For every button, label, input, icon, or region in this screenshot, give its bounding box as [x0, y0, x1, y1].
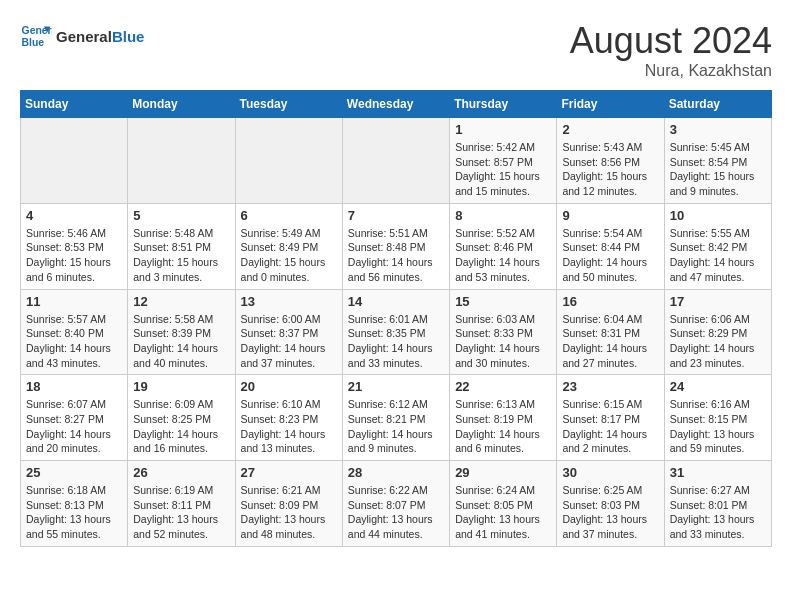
day-number: 8 — [455, 208, 551, 223]
calendar-cell: 11Sunrise: 5:57 AM Sunset: 8:40 PM Dayli… — [21, 289, 128, 375]
day-number: 12 — [133, 294, 229, 309]
column-header-tuesday: Tuesday — [235, 91, 342, 118]
calendar-cell: 1Sunrise: 5:42 AM Sunset: 8:57 PM Daylig… — [450, 118, 557, 204]
calendar-cell: 7Sunrise: 5:51 AM Sunset: 8:48 PM Daylig… — [342, 203, 449, 289]
day-detail: Sunrise: 6:03 AM Sunset: 8:33 PM Dayligh… — [455, 312, 551, 371]
day-number: 27 — [241, 465, 337, 480]
day-detail: Sunrise: 5:42 AM Sunset: 8:57 PM Dayligh… — [455, 140, 551, 199]
page-header: General Blue GeneralBlue August 2024 Nur… — [20, 20, 772, 80]
day-number: 17 — [670, 294, 766, 309]
calendar-cell: 21Sunrise: 6:12 AM Sunset: 8:21 PM Dayli… — [342, 375, 449, 461]
calendar-cell: 24Sunrise: 6:16 AM Sunset: 8:15 PM Dayli… — [664, 375, 771, 461]
day-detail: Sunrise: 6:18 AM Sunset: 8:13 PM Dayligh… — [26, 483, 122, 542]
calendar-cell: 4Sunrise: 5:46 AM Sunset: 8:53 PM Daylig… — [21, 203, 128, 289]
day-detail: Sunrise: 5:46 AM Sunset: 8:53 PM Dayligh… — [26, 226, 122, 285]
calendar-cell: 15Sunrise: 6:03 AM Sunset: 8:33 PM Dayli… — [450, 289, 557, 375]
calendar-week-row: 11Sunrise: 5:57 AM Sunset: 8:40 PM Dayli… — [21, 289, 772, 375]
day-detail: Sunrise: 6:19 AM Sunset: 8:11 PM Dayligh… — [133, 483, 229, 542]
day-number: 30 — [562, 465, 658, 480]
calendar-cell: 29Sunrise: 6:24 AM Sunset: 8:05 PM Dayli… — [450, 461, 557, 547]
column-header-friday: Friday — [557, 91, 664, 118]
calendar-body: 1Sunrise: 5:42 AM Sunset: 8:57 PM Daylig… — [21, 118, 772, 547]
column-header-saturday: Saturday — [664, 91, 771, 118]
day-number: 25 — [26, 465, 122, 480]
calendar-cell: 6Sunrise: 5:49 AM Sunset: 8:49 PM Daylig… — [235, 203, 342, 289]
calendar-cell — [235, 118, 342, 204]
calendar-header-row: SundayMondayTuesdayWednesdayThursdayFrid… — [21, 91, 772, 118]
day-detail: Sunrise: 5:45 AM Sunset: 8:54 PM Dayligh… — [670, 140, 766, 199]
calendar-cell: 22Sunrise: 6:13 AM Sunset: 8:19 PM Dayli… — [450, 375, 557, 461]
logo: General Blue GeneralBlue — [20, 20, 144, 52]
day-detail: Sunrise: 6:21 AM Sunset: 8:09 PM Dayligh… — [241, 483, 337, 542]
day-detail: Sunrise: 5:54 AM Sunset: 8:44 PM Dayligh… — [562, 226, 658, 285]
calendar-cell: 17Sunrise: 6:06 AM Sunset: 8:29 PM Dayli… — [664, 289, 771, 375]
calendar-cell — [128, 118, 235, 204]
day-number: 1 — [455, 122, 551, 137]
calendar-cell: 18Sunrise: 6:07 AM Sunset: 8:27 PM Dayli… — [21, 375, 128, 461]
calendar-cell: 23Sunrise: 6:15 AM Sunset: 8:17 PM Dayli… — [557, 375, 664, 461]
day-detail: Sunrise: 6:06 AM Sunset: 8:29 PM Dayligh… — [670, 312, 766, 371]
calendar-week-row: 18Sunrise: 6:07 AM Sunset: 8:27 PM Dayli… — [21, 375, 772, 461]
column-header-wednesday: Wednesday — [342, 91, 449, 118]
calendar-table: SundayMondayTuesdayWednesdayThursdayFrid… — [20, 90, 772, 547]
day-number: 5 — [133, 208, 229, 223]
day-number: 14 — [348, 294, 444, 309]
day-detail: Sunrise: 6:00 AM Sunset: 8:37 PM Dayligh… — [241, 312, 337, 371]
logo-icon: General Blue — [20, 20, 52, 52]
day-number: 31 — [670, 465, 766, 480]
day-number: 19 — [133, 379, 229, 394]
day-detail: Sunrise: 6:13 AM Sunset: 8:19 PM Dayligh… — [455, 397, 551, 456]
day-number: 20 — [241, 379, 337, 394]
day-number: 9 — [562, 208, 658, 223]
day-detail: Sunrise: 5:43 AM Sunset: 8:56 PM Dayligh… — [562, 140, 658, 199]
calendar-cell: 28Sunrise: 6:22 AM Sunset: 8:07 PM Dayli… — [342, 461, 449, 547]
calendar-cell: 10Sunrise: 5:55 AM Sunset: 8:42 PM Dayli… — [664, 203, 771, 289]
day-number: 15 — [455, 294, 551, 309]
day-detail: Sunrise: 6:22 AM Sunset: 8:07 PM Dayligh… — [348, 483, 444, 542]
day-detail: Sunrise: 6:10 AM Sunset: 8:23 PM Dayligh… — [241, 397, 337, 456]
day-detail: Sunrise: 5:55 AM Sunset: 8:42 PM Dayligh… — [670, 226, 766, 285]
day-number: 6 — [241, 208, 337, 223]
day-detail: Sunrise: 5:58 AM Sunset: 8:39 PM Dayligh… — [133, 312, 229, 371]
svg-text:Blue: Blue — [22, 37, 45, 48]
day-detail: Sunrise: 5:49 AM Sunset: 8:49 PM Dayligh… — [241, 226, 337, 285]
day-detail: Sunrise: 6:27 AM Sunset: 8:01 PM Dayligh… — [670, 483, 766, 542]
day-number: 24 — [670, 379, 766, 394]
calendar-cell: 16Sunrise: 6:04 AM Sunset: 8:31 PM Dayli… — [557, 289, 664, 375]
day-number: 18 — [26, 379, 122, 394]
day-detail: Sunrise: 6:01 AM Sunset: 8:35 PM Dayligh… — [348, 312, 444, 371]
calendar-week-row: 4Sunrise: 5:46 AM Sunset: 8:53 PM Daylig… — [21, 203, 772, 289]
calendar-week-row: 1Sunrise: 5:42 AM Sunset: 8:57 PM Daylig… — [21, 118, 772, 204]
calendar-cell: 27Sunrise: 6:21 AM Sunset: 8:09 PM Dayli… — [235, 461, 342, 547]
day-number: 13 — [241, 294, 337, 309]
calendar-cell: 19Sunrise: 6:09 AM Sunset: 8:25 PM Dayli… — [128, 375, 235, 461]
day-detail: Sunrise: 6:09 AM Sunset: 8:25 PM Dayligh… — [133, 397, 229, 456]
day-number: 3 — [670, 122, 766, 137]
calendar-cell: 31Sunrise: 6:27 AM Sunset: 8:01 PM Dayli… — [664, 461, 771, 547]
calendar-cell — [21, 118, 128, 204]
day-detail: Sunrise: 6:04 AM Sunset: 8:31 PM Dayligh… — [562, 312, 658, 371]
day-detail: Sunrise: 6:25 AM Sunset: 8:03 PM Dayligh… — [562, 483, 658, 542]
column-header-monday: Monday — [128, 91, 235, 118]
calendar-cell: 13Sunrise: 6:00 AM Sunset: 8:37 PM Dayli… — [235, 289, 342, 375]
day-number: 23 — [562, 379, 658, 394]
calendar-week-row: 25Sunrise: 6:18 AM Sunset: 8:13 PM Dayli… — [21, 461, 772, 547]
day-number: 4 — [26, 208, 122, 223]
column-header-thursday: Thursday — [450, 91, 557, 118]
day-detail: Sunrise: 5:52 AM Sunset: 8:46 PM Dayligh… — [455, 226, 551, 285]
calendar-cell — [342, 118, 449, 204]
calendar-cell: 20Sunrise: 6:10 AM Sunset: 8:23 PM Dayli… — [235, 375, 342, 461]
calendar-cell: 12Sunrise: 5:58 AM Sunset: 8:39 PM Dayli… — [128, 289, 235, 375]
day-number: 16 — [562, 294, 658, 309]
day-detail: Sunrise: 6:07 AM Sunset: 8:27 PM Dayligh… — [26, 397, 122, 456]
calendar-cell: 8Sunrise: 5:52 AM Sunset: 8:46 PM Daylig… — [450, 203, 557, 289]
logo-text: GeneralBlue — [56, 28, 144, 45]
calendar-cell: 2Sunrise: 5:43 AM Sunset: 8:56 PM Daylig… — [557, 118, 664, 204]
day-number: 22 — [455, 379, 551, 394]
calendar-cell: 26Sunrise: 6:19 AM Sunset: 8:11 PM Dayli… — [128, 461, 235, 547]
day-detail: Sunrise: 6:15 AM Sunset: 8:17 PM Dayligh… — [562, 397, 658, 456]
day-number: 11 — [26, 294, 122, 309]
subtitle: Nura, Kazakhstan — [570, 62, 772, 80]
day-number: 26 — [133, 465, 229, 480]
calendar-cell: 30Sunrise: 6:25 AM Sunset: 8:03 PM Dayli… — [557, 461, 664, 547]
